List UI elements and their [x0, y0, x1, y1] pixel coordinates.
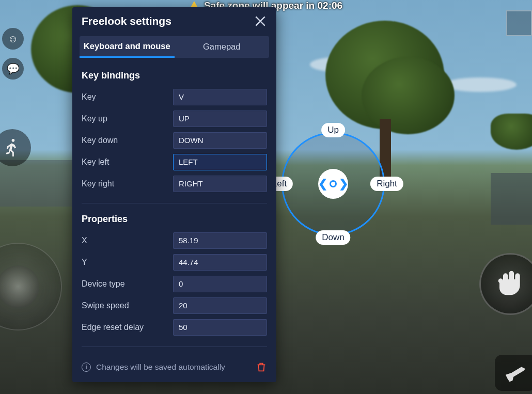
cloud [444, 77, 517, 92]
direction-pill-down[interactable]: Down [316, 230, 350, 245]
panel-title: Freelook settings [82, 15, 171, 27]
section-properties-title: Properties [82, 214, 267, 225]
tab-keyboard-mouse[interactable]: Keyboard and mouse [80, 36, 175, 58]
footer-note: Changes will be saved automatically [96, 363, 225, 372]
label-key-up: Key up [82, 114, 173, 123]
field-key-left[interactable]: LEFT [173, 154, 267, 170]
info-icon: i [82, 363, 91, 372]
direction-pill-up[interactable]: Up [321, 123, 345, 137]
field-key-up[interactable]: UP [173, 111, 267, 127]
label-edge-reset-delay: Edge reset delay [82, 323, 173, 332]
eye-icon [330, 180, 337, 187]
divider [82, 203, 267, 203]
close-icon [254, 14, 267, 28]
field-key-down[interactable]: DOWN [173, 132, 267, 149]
section-key-bindings-title: Key bindings [82, 70, 267, 81]
field-x[interactable]: 58.19 [173, 232, 267, 249]
hud-chat-button[interactable]: 💬 [2, 58, 24, 80]
close-button[interactable] [254, 14, 267, 28]
freelook-settings-panel: Freelook settings Keyboard and mouse Gam… [72, 7, 276, 382]
trash-icon [256, 361, 267, 373]
label-key-right: Key right [82, 179, 173, 188]
field-swipe-speed[interactable]: 20 [173, 297, 267, 314]
hud-weapon-slot[interactable] [495, 355, 532, 391]
palms [491, 114, 532, 150]
label-swipe-speed: Swipe speed [82, 301, 173, 310]
field-y[interactable]: 44.74 [173, 254, 267, 271]
delete-button[interactable] [256, 361, 267, 373]
fist-icon [496, 269, 525, 300]
field-edge-reset-delay[interactable]: 50 [173, 319, 267, 336]
building [0, 160, 72, 207]
label-key-left: Key left [82, 157, 173, 167]
chevron-right-icon: ❯ [339, 178, 348, 190]
label-key-down: Key down [82, 136, 173, 145]
chevron-left-icon: ❮ [318, 178, 327, 190]
label-key: Key [82, 92, 173, 102]
hud-minimap-corner[interactable] [506, 10, 532, 36]
label-x: X [82, 236, 173, 245]
freelook-direction-overlay[interactable]: ❮ ❯ Up Down Left Right [281, 132, 385, 235]
label-y: Y [82, 258, 173, 267]
field-key-right[interactable]: RIGHT [173, 176, 267, 192]
field-device-type[interactable]: 0 [173, 276, 267, 292]
tree [362, 57, 455, 134]
direction-pill-right[interactable]: Right [370, 177, 403, 191]
building [491, 173, 532, 225]
freelook-center-handle[interactable]: ❮ ❯ [318, 169, 348, 199]
tab-gamepad[interactable]: Gamepad [175, 36, 270, 58]
tabs: Keyboard and mouse Gamepad [80, 36, 269, 58]
label-device-type: Device type [82, 279, 173, 289]
hud-emoji-button[interactable]: ☺ [2, 28, 24, 50]
field-key[interactable]: V [173, 89, 267, 105]
divider [82, 346, 267, 347]
